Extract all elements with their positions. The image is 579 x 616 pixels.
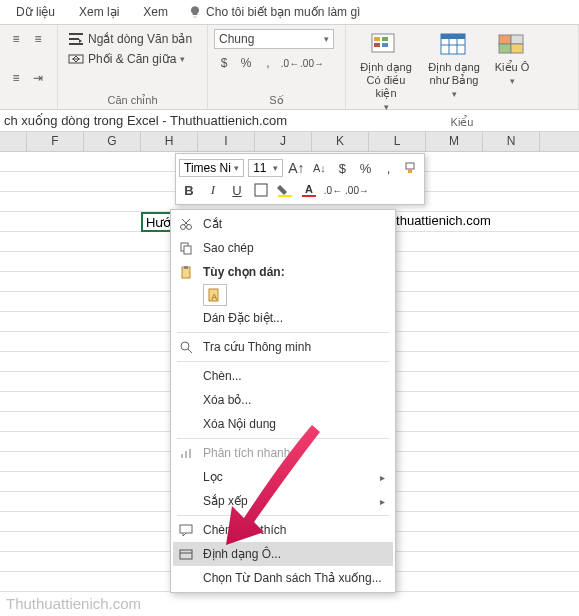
col-h[interactable]: G (84, 132, 141, 151)
group-styles: Định dạng Có điều kiện ▾ Định dạng như B… (346, 25, 579, 109)
decrease-decimal-icon[interactable]: .0← (323, 180, 343, 200)
menu-format-cells[interactable]: Định dạng Ô... (173, 542, 393, 566)
svg-rect-35 (189, 449, 191, 458)
cell-styles-button[interactable]: Kiểu Ô ▾ (488, 29, 536, 114)
separator (177, 515, 389, 516)
lightbulb-icon (188, 5, 202, 19)
percent-icon[interactable]: % (356, 158, 375, 178)
svg-rect-21 (278, 195, 292, 197)
font-color-button[interactable]: A (299, 180, 319, 200)
col-h[interactable] (0, 132, 27, 151)
underline-button[interactable]: U (227, 180, 247, 200)
menu-sort[interactable]: Sắp xếp ▸ (173, 489, 393, 513)
bold-button[interactable]: B (179, 180, 199, 200)
chevron-down-icon: ▾ (384, 102, 389, 112)
increase-decimal-button[interactable]: .0← (280, 53, 300, 73)
group-number: Chung ▾ $ % , .0← .00→ Số (208, 25, 346, 109)
mini-font-select[interactable]: Times Ni▾ (179, 159, 244, 177)
currency-icon[interactable]: $ (333, 158, 352, 178)
col-h[interactable]: N (483, 132, 540, 151)
svg-rect-19 (408, 169, 412, 173)
separator (177, 361, 389, 362)
align-left-icon[interactable]: ≡ (6, 68, 26, 88)
group-alignment: Ngắt dòng Văn bản Phối & Căn giữa ▾ Căn … (58, 25, 208, 109)
menu-copy[interactable]: Sao chép (173, 236, 393, 260)
tell-me-box[interactable]: Cho tôi biết bạn muốn làm gì (188, 5, 360, 19)
col-h[interactable]: H (141, 132, 198, 151)
svg-rect-20 (255, 184, 267, 196)
number-format-select[interactable]: Chung ▾ (214, 29, 334, 49)
svg-rect-5 (374, 37, 380, 41)
merge-icon (68, 51, 84, 67)
svg-rect-6 (382, 37, 388, 41)
increase-font-icon[interactable]: A↑ (287, 158, 306, 178)
context-menu: Cắt Sao chép Tùy chọn dán: A Dán Đặc biệ… (170, 209, 396, 593)
search-icon (177, 338, 195, 356)
menu-delete[interactable]: Xóa bỏ... (173, 388, 393, 412)
percent-button[interactable]: % (236, 53, 256, 73)
tell-me-label: Cho tôi biết bạn muốn làm gì (206, 5, 360, 19)
decrease-font-icon[interactable]: A↓ (310, 158, 329, 178)
menu-filter[interactable]: Lọc ▸ (173, 465, 393, 489)
styles-group-label: Kiểu (352, 114, 572, 129)
chevron-down-icon: ▾ (180, 54, 185, 64)
menu-insert[interactable]: Chèn... (173, 364, 393, 388)
svg-rect-15 (511, 35, 523, 44)
col-h[interactable]: J (255, 132, 312, 151)
align-top-icon[interactable]: ≡ (6, 29, 26, 49)
svg-rect-8 (382, 43, 388, 47)
menu-insert-comment[interactable]: Chèn Chú thích (173, 518, 393, 542)
decrease-decimal-button[interactable]: .00→ (302, 53, 322, 73)
cond-format-label: Định dạng Có điều kiện (356, 61, 416, 100)
menu-paste-options: Tùy chọn dán: (173, 260, 393, 284)
tab-view[interactable]: Xem (131, 5, 180, 19)
col-h[interactable]: K (312, 132, 369, 151)
copy-icon (177, 239, 195, 257)
wrap-text-button[interactable]: Ngắt dòng Văn bản (64, 29, 201, 49)
mini-size-select[interactable]: 11▾ (248, 159, 283, 177)
fill-color-button[interactable] (275, 180, 295, 200)
svg-point-32 (181, 342, 189, 350)
svg-rect-36 (180, 525, 192, 533)
merge-center-button[interactable]: Phối & Căn giữa ▾ (64, 49, 201, 69)
tab-data[interactable]: Dữ liệu (4, 5, 67, 19)
tab-review[interactable]: Xem lại (67, 5, 131, 19)
border-button[interactable] (251, 180, 271, 200)
svg-rect-29 (184, 266, 188, 269)
accounting-button[interactable]: $ (214, 53, 234, 73)
merge-label: Phối & Căn giữa (88, 52, 176, 66)
menu-dropdown-list[interactable]: Chọn Từ Danh sách Thả xuống... (173, 566, 393, 590)
col-h[interactable]: I (198, 132, 255, 151)
col-h[interactable]: M (426, 132, 483, 151)
format-painter-icon[interactable] (402, 158, 421, 178)
cell-styles-icon (496, 31, 528, 59)
submenu-arrow-icon: ▸ (380, 496, 385, 507)
comma-button[interactable]: , (258, 53, 278, 73)
svg-rect-17 (511, 44, 523, 53)
separator (177, 332, 389, 333)
paste-option-button[interactable]: A (203, 284, 227, 306)
menu-cut[interactable]: Cắt (173, 212, 393, 236)
chevron-down-icon: ▾ (452, 89, 457, 99)
svg-rect-2 (69, 43, 83, 45)
separator (177, 438, 389, 439)
menu-clear[interactable]: Xóa Nội dung (173, 412, 393, 436)
col-h[interactable]: L (369, 132, 426, 151)
indent-icon[interactable]: ⇥ (28, 68, 48, 88)
table-label: Định dạng như Bảng (424, 61, 484, 87)
svg-rect-0 (69, 33, 83, 35)
format-cells-icon (177, 545, 195, 563)
comma-icon[interactable]: , (379, 158, 398, 178)
menu-smart-lookup[interactable]: Tra cứu Thông minh (173, 335, 393, 359)
table-icon (438, 31, 470, 59)
svg-rect-34 (185, 451, 187, 458)
italic-button[interactable]: I (203, 180, 223, 200)
col-h[interactable]: F (27, 132, 84, 151)
format-as-table-button[interactable]: Định dạng như Bảng ▾ (420, 29, 488, 114)
conditional-format-button[interactable]: Định dạng Có điều kiện ▾ (352, 29, 420, 114)
menu-paste-special[interactable]: Dán Đặc biệt... (173, 306, 393, 330)
svg-rect-7 (374, 43, 380, 47)
align-middle-icon[interactable]: ≡ (28, 29, 48, 49)
alignment-group-label: Căn chỉnh (64, 92, 201, 107)
increase-decimal-icon[interactable]: .00→ (347, 180, 367, 200)
